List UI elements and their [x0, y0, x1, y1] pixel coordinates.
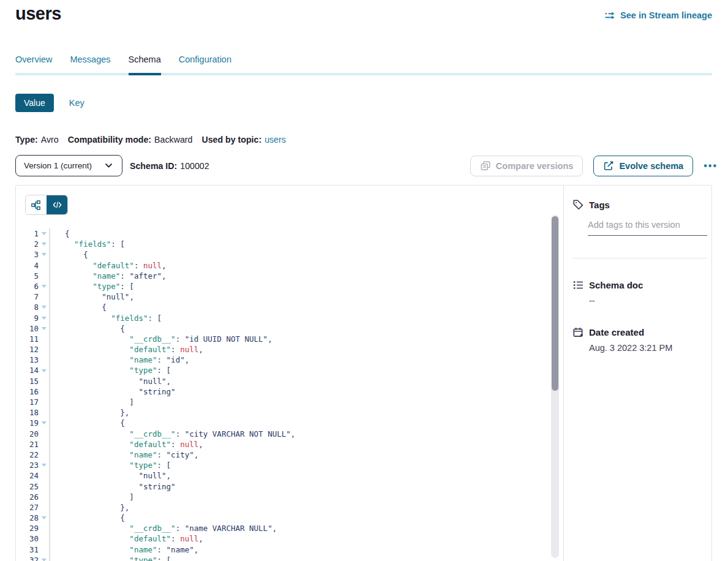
value-key-toggle: Value Key	[15, 94, 84, 112]
collapse-caret-icon[interactable]	[42, 243, 47, 246]
code-line: 7 "null",	[16, 292, 563, 302]
line-number: 22	[16, 450, 39, 460]
code-view-button[interactable]	[47, 195, 67, 214]
code-line: 27 },	[16, 502, 563, 513]
date-created-value: Aug. 3 2022 3:21 PM	[589, 343, 707, 353]
line-number: 4	[16, 260, 39, 271]
line-number: 7	[16, 292, 39, 302]
schema-info-sidebar: Tags Schema doc --	[563, 186, 711, 561]
code-line: 2 "fields": [	[16, 239, 563, 249]
line-number: 12	[16, 344, 39, 355]
type-label: Type:	[15, 135, 38, 145]
code-line-text: {	[50, 249, 88, 260]
line-number: 13	[16, 355, 39, 365]
code-line-text: "name": "name",	[50, 544, 198, 555]
collapse-caret-icon[interactable]	[42, 464, 47, 467]
code-line: 19 {	[16, 418, 563, 428]
used-by-topic-label: Used by topic:	[201, 135, 261, 145]
code-line: 32 "type": [	[16, 555, 563, 561]
code-line-text: "__crdb__": "id UUID NOT NULL",	[50, 334, 272, 344]
schema-controls-row: Version 1 (current) Schema ID: 100002	[15, 155, 718, 176]
sidebar-divider	[572, 258, 707, 258]
code-line-text: {	[50, 302, 107, 312]
evolve-schema-button[interactable]: Evolve schema	[593, 156, 693, 176]
code-line: 10 {	[16, 323, 563, 334]
line-number: 26	[16, 492, 39, 502]
code-line-text: "default": null,	[50, 260, 167, 271]
code-line-text: "type": [	[50, 281, 134, 292]
collapse-caret-icon[interactable]	[42, 421, 47, 424]
editor-scrollbar[interactable]	[551, 215, 559, 558]
code-line-text: "type": [	[50, 460, 171, 470]
tab-overview[interactable]: Overview	[15, 54, 52, 73]
date-created-title: Date created	[589, 327, 644, 337]
code-line: 25 "string"	[16, 481, 563, 492]
tree-view-button[interactable]	[26, 195, 47, 214]
key-toggle-button[interactable]: Key	[69, 98, 84, 108]
tab-bar: Overview Messages Schema Configuration	[15, 54, 712, 75]
line-number: 11	[16, 334, 39, 344]
collapse-caret-icon[interactable]	[42, 516, 47, 519]
schema-page: users See in Stream lineage Overview Mes…	[0, 0, 728, 561]
code-line: 16 "string"	[16, 386, 563, 397]
tab-schema[interactable]: Schema	[129, 54, 161, 75]
line-number: 16	[16, 386, 39, 397]
code-line-text: "__crdb__": "name VARCHAR NULL",	[50, 523, 277, 533]
line-number: 10	[16, 323, 39, 334]
schema-json-editor[interactable]: 1{2 "fields": [3 {4 "default": null,5 "n…	[16, 228, 563, 561]
tab-configuration[interactable]: Configuration	[179, 54, 231, 73]
evolve-schema-label: Evolve schema	[619, 161, 683, 171]
line-number: 29	[16, 523, 39, 533]
see-in-stream-lineage-link[interactable]: See in Stream lineage	[605, 10, 712, 21]
code-line: 11 "__crdb__": "id UUID NOT NULL",	[16, 334, 563, 344]
code-line-text: "default": null,	[50, 439, 203, 450]
code-view-icon	[51, 200, 62, 211]
tab-messages[interactable]: Messages	[70, 54, 110, 73]
version-select[interactable]: Version 1 (current)	[15, 155, 122, 176]
editor-scrollbar-thumb[interactable]	[552, 216, 558, 391]
tag-icon	[572, 199, 584, 210]
code-line-text: "string"	[50, 481, 176, 492]
code-line-text: },	[50, 502, 129, 513]
line-number: 19	[16, 418, 39, 428]
line-number: 17	[16, 397, 39, 407]
collapse-caret-icon[interactable]	[42, 232, 47, 235]
add-tags-input[interactable]	[588, 220, 707, 236]
compare-versions-label: Compare versions	[496, 161, 574, 171]
line-number: 14	[16, 365, 39, 375]
schema-doc-icon	[572, 279, 584, 290]
collapse-caret-icon[interactable]	[42, 327, 47, 330]
collapse-caret-icon[interactable]	[42, 559, 47, 561]
used-by-topic-link[interactable]: users	[265, 135, 286, 145]
schema-doc-title: Schema doc	[589, 280, 643, 290]
evolve-schema-icon	[603, 160, 614, 171]
compare-versions-button[interactable]: Compare versions	[470, 156, 584, 176]
collapse-caret-icon[interactable]	[42, 253, 47, 256]
tags-section-title: Tags	[589, 200, 610, 210]
schema-id-label: Schema ID:	[130, 161, 177, 171]
compare-versions-icon	[480, 160, 491, 171]
code-line: 6 "type": [	[16, 281, 563, 292]
code-line: 8 {	[16, 302, 563, 312]
code-line: 21 "default": null,	[16, 439, 563, 450]
code-line-text: "default": null,	[50, 344, 203, 355]
collapse-caret-icon[interactable]	[42, 369, 47, 372]
code-line-text: "type": [	[50, 555, 171, 561]
tree-view-icon	[31, 200, 42, 211]
schema-meta-row: Type: Avro Compatibility mode: Backward …	[15, 135, 286, 145]
line-number: 25	[16, 481, 39, 492]
code-line: 17 ]	[16, 397, 563, 407]
code-line-text: {	[50, 513, 125, 523]
more-options-menu[interactable]: •••	[704, 161, 718, 171]
code-line: 26 ]	[16, 492, 563, 502]
code-line: 24 "null",	[16, 470, 563, 481]
collapse-caret-icon[interactable]	[42, 317, 47, 320]
collapse-caret-icon[interactable]	[42, 306, 47, 309]
collapse-caret-icon[interactable]	[42, 285, 47, 288]
line-number: 15	[16, 376, 39, 386]
value-toggle-button[interactable]: Value	[15, 94, 54, 112]
code-line-text: "null",	[50, 470, 171, 481]
code-line: 14 "type": [	[16, 365, 563, 375]
code-line-text: "__crdb__": "city VARCHAR NOT NULL",	[50, 429, 295, 439]
compatibility-mode-value: Backward	[154, 135, 192, 145]
